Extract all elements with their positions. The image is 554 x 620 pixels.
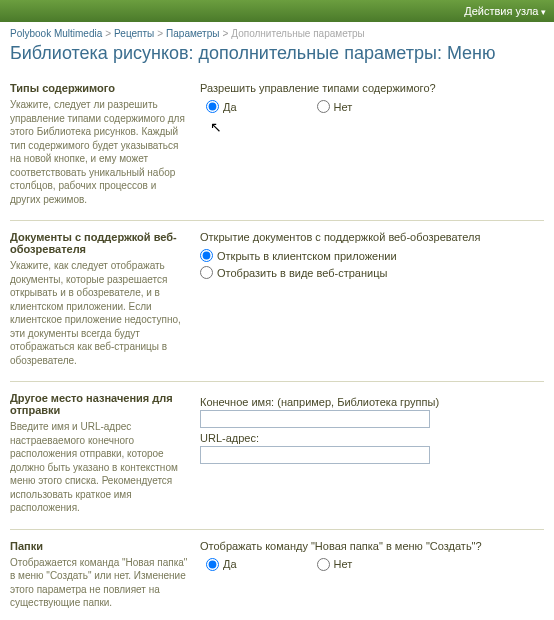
breadcrumb-link[interactable]: Polybook Multimedia [10, 28, 102, 39]
cursor-icon: ↖ [210, 119, 222, 135]
field-label: URL-адрес: [200, 432, 544, 444]
question-label: Отображать команду "Новая папка" в меню … [200, 540, 544, 552]
radio-yes[interactable] [206, 558, 219, 571]
breadcrumb-current: Дополнительные параметры [231, 28, 364, 39]
dest-url-input[interactable] [200, 446, 430, 464]
breadcrumb-link[interactable]: Рецепты [114, 28, 154, 39]
breadcrumb: Polybook Multimedia>Рецепты>Параметры>До… [0, 22, 554, 41]
site-actions-menu[interactable]: Действия узла [464, 5, 546, 17]
section-desc: Отображается команда "Новая папка" в мен… [10, 556, 188, 610]
section-web-docs: Документы с поддержкой веб-обозревателя … [10, 220, 544, 381]
radio-label: Да [223, 101, 237, 113]
section-content-types: Типы содержимого Укажите, следует ли раз… [10, 72, 544, 220]
radio-no[interactable] [317, 100, 330, 113]
radio-label: Отобразить в виде веб-страницы [217, 267, 387, 279]
section-heading: Документы с поддержкой веб-обозревателя [10, 231, 188, 255]
radio-label: Открыть в клиентском приложении [217, 250, 397, 262]
radio-label: Нет [334, 101, 353, 113]
section-heading: Типы содержимого [10, 82, 188, 94]
dest-name-input[interactable] [200, 410, 430, 428]
question-label: Открытие документов с поддержкой веб-обо… [200, 231, 544, 243]
top-bar: Действия узла [0, 0, 554, 22]
section-desc: Укажите, следует ли разрешить управление… [10, 98, 188, 206]
section-heading: Другое место назначения для отправки [10, 392, 188, 416]
section-desc: Укажите, как следует отображать документ… [10, 259, 188, 367]
section-desc: Введите имя и URL-адрес настраеваемого к… [10, 420, 188, 515]
section-folders: Папки Отображается команда "Новая папка"… [10, 529, 544, 621]
radio-no[interactable] [317, 558, 330, 571]
question-label: Разрешить управление типами содержимого? [200, 82, 544, 94]
radio-web-page[interactable] [200, 266, 213, 279]
section-send-to: Другое место назначения для отправки Вве… [10, 381, 544, 529]
page-title: Библиотека рисунков: дополнительные пара… [0, 41, 554, 72]
section-heading: Папки [10, 540, 188, 552]
radio-label: Да [223, 558, 237, 570]
radio-label: Нет [334, 558, 353, 570]
field-label: Конечное имя: (например, Библиотека груп… [200, 396, 544, 408]
breadcrumb-link[interactable]: Параметры [166, 28, 219, 39]
radio-yes[interactable] [206, 100, 219, 113]
radio-client-app[interactable] [200, 249, 213, 262]
